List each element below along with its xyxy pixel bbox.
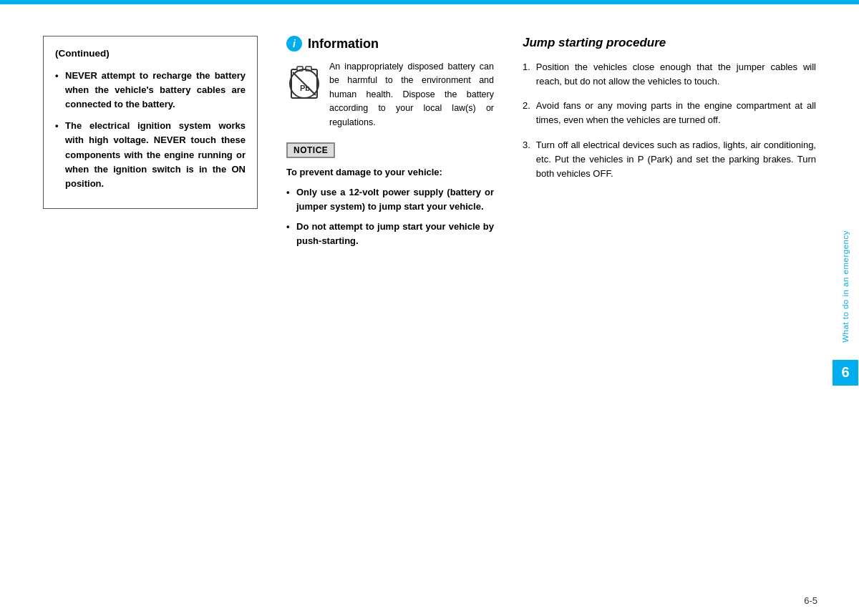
step-3: 3. Turn off all electrical devices such … [523,138,816,181]
step-2: 2. Avoid fans or any moving parts in the… [523,99,816,127]
sidebar-chapter-text: What to do in an emergency [841,230,850,343]
sidebar-text-container: What to do in an emergency [841,230,850,354]
step-1: 1. Position the vehicles close enough th… [523,60,816,89]
info-body: Pb An inappropriately disposed battery c… [286,60,494,129]
info-header: i Information [286,36,494,52]
battery-disposal-icon: Pb [286,60,322,103]
right-column: Jump starting procedure 1. Position the … [508,36,816,587]
notice-bullet-1: Only use a 12-volt power supply (battery… [286,185,494,214]
top-line-primary [0,0,859,4]
notice-intro: To prevent damage to your vehicle: [286,165,494,180]
notice-bullets: Only use a 12-volt power supply (battery… [286,185,494,249]
jump-starting-steps: 1. Position the vehicles close enough th… [523,60,816,181]
page-number: 6-5 [804,595,817,606]
main-content: (Continued) NEVER attempt to recharge th… [43,36,816,587]
chapter-number-box: 6 [833,360,858,386]
notice-label: NOTICE [286,142,335,158]
jump-starting-title: Jump starting procedure [523,36,816,50]
info-section-title: Information [308,36,379,52]
bullet-item-1: NEVER attempt to recharge the battery wh… [55,69,246,112]
continued-title: (Continued) [55,47,246,62]
middle-column: i Information Pb [272,36,508,587]
info-text: An inappropriately disposed battery can … [329,60,494,129]
bullet-item-2: The electrical ignition system works wit… [55,119,246,191]
left-column: (Continued) NEVER attempt to recharge th… [43,36,272,587]
notice-content: To prevent damage to your vehicle: Only … [286,165,494,249]
continued-bullet-list: NEVER attempt to recharge the battery wh… [55,69,246,191]
info-icon: i [286,36,302,52]
notice-bullet-2: Do not attempt to jump start your vehicl… [286,220,494,248]
continued-box: (Continued) NEVER attempt to recharge th… [43,36,258,209]
right-sidebar: What to do in an emergency 6 [832,0,859,616]
